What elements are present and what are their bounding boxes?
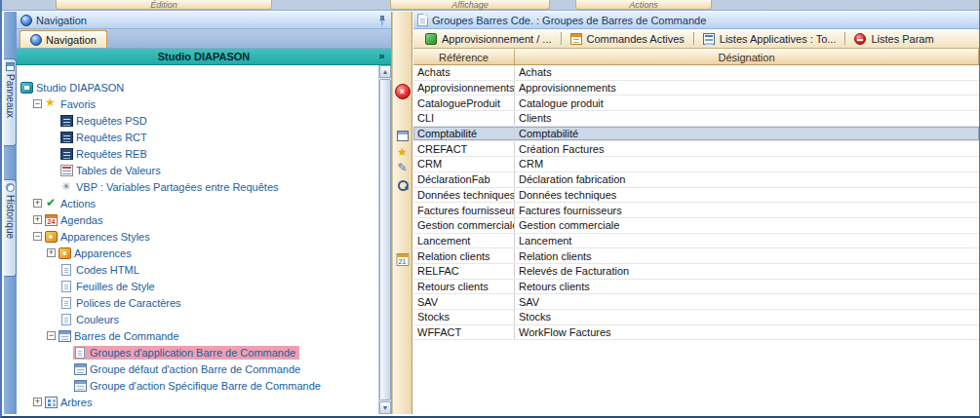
doc-icon	[61, 297, 71, 309]
tree-item-core[interactable]: Polices de Caractères	[59, 296, 185, 310]
tree-item-core[interactable]: Barres de Commande	[58, 329, 183, 343]
table-row[interactable]: Relation clientsRelation clients	[413, 248, 979, 264]
favorite-star-icon[interactable]	[397, 146, 408, 158]
edit-pencil-icon[interactable]	[397, 162, 407, 173]
tree-container: Studio DIAPASON−FavorisRequêtes PSDRequê…	[17, 65, 391, 414]
window-icon[interactable]	[397, 131, 409, 141]
action-strip: 21	[392, 12, 412, 414]
tree-item-core[interactable]: Groupe défaut d'action Barre de Commande	[73, 362, 304, 376]
tree-item-core[interactable]: Groupe d'action Spécifique Barre de Comm…	[73, 379, 325, 393]
tree-item[interactable]: +Arbres	[17, 394, 378, 410]
table-row[interactable]: WFFACTWorkFlow Factures	[413, 325, 979, 341]
table-row[interactable]: AchatsAchats	[413, 65, 979, 81]
table-row[interactable]: RELFACRelevés de Facturation	[413, 264, 979, 280]
scrollbar-thumb[interactable]	[379, 79, 391, 400]
table-row[interactable]: Retours clientsRetours clients	[413, 280, 979, 295]
expand-toggle-icon[interactable]: +	[33, 398, 42, 406]
collapse-chevron-icon[interactable]: »	[374, 50, 389, 63]
tree-item-core[interactable]: Requêtes PSD	[59, 114, 151, 128]
table-row[interactable]: DéclarationFabDéclaration fabrication	[413, 172, 979, 188]
tree-item[interactable]: Couleurs	[17, 311, 378, 327]
scroll-up-icon[interactable]: ▲	[379, 65, 391, 78]
tree-scrollbar[interactable]: ▲ ▼	[378, 65, 391, 414]
tree-item[interactable]: VBP : Variables Partagées entre Requêtes	[17, 178, 378, 195]
expand-toggle-icon[interactable]: −	[33, 232, 42, 241]
close-icon[interactable]	[395, 84, 411, 99]
tree-item-core[interactable]: Tables de Valeurs	[59, 164, 165, 177]
table-row[interactable]: LancementLancement	[413, 234, 979, 249]
table-row[interactable]: CREFACTCréation Factures	[413, 141, 979, 157]
tree-item-core[interactable]: Requêtes REB	[59, 147, 151, 161]
tree-header: Studio DIAPASON »	[17, 49, 391, 65]
table-row[interactable]: CLIClients	[413, 111, 979, 127]
cell-designation: Catalogue produit	[515, 95, 979, 110]
toolbar-button[interactable]: Listes Applicatives : To...	[696, 33, 843, 45]
tree-item[interactable]: −Barres de Commande	[17, 327, 378, 344]
cell-designation: Lancement	[515, 234, 979, 248]
scroll-down-icon[interactable]: ▼	[379, 401, 391, 414]
tree-item[interactable]: +Actions	[17, 195, 378, 211]
search-icon[interactable]	[397, 179, 409, 191]
tree-item-core[interactable]: Apparences	[58, 247, 136, 260]
side-tab-historique[interactable]: Historique	[4, 179, 17, 277]
menu-affichage[interactable]: Affichage	[390, 0, 550, 10]
tree-item[interactable]: −Apparences Styles	[17, 228, 378, 245]
menu-edition[interactable]: Édition	[56, 0, 272, 10]
tree-item-core[interactable]: Studio DIAPASON	[20, 81, 128, 95]
toolbar-button[interactable]: Approvisionnement / ...	[418, 33, 559, 45]
table-row[interactable]: Factures fournisseursFactures fournisseu…	[413, 203, 979, 218]
pin-icon[interactable]	[376, 15, 387, 26]
tree-item-core[interactable]: Arbres	[44, 396, 96, 409]
table-row[interactable]: SAVSAV	[413, 294, 979, 310]
tree-item[interactable]: Requêtes REB	[17, 145, 378, 162]
tree-item[interactable]: Groupes d'application Barre de Commande	[17, 344, 378, 361]
column-header-reference[interactable]: Référence	[413, 49, 515, 64]
tree-item[interactable]: Studio DIAPASON	[17, 79, 378, 95]
tree-item-core[interactable]: Apparences Styles	[44, 230, 154, 244]
toolbar-button-label: Listes Applicatives : To...	[720, 33, 837, 45]
expand-toggle-icon[interactable]: +	[47, 248, 56, 257]
cell-designation: CRM	[515, 157, 979, 171]
tree-item[interactable]: +Apparences	[17, 245, 378, 261]
table-row[interactable]: StocksStocks	[413, 310, 979, 325]
table-row[interactable]: ApprovisionnementsApprovisionnements	[413, 81, 979, 96]
tree-item-core[interactable]: Favoris	[44, 97, 99, 111]
table-row[interactable]: Données techniquesDonnées techniques	[413, 188, 979, 204]
expand-toggle-icon[interactable]: +	[33, 199, 42, 208]
tree-item-label: Requêtes PSD	[76, 115, 147, 127]
tree-item[interactable]: −Favoris	[17, 95, 378, 112]
menu-actions[interactable]: Actions	[575, 0, 712, 10]
tree-item-core[interactable]: Codes HTML	[59, 263, 143, 277]
tree-item[interactable]: Groupe défaut d'action Barre de Commande	[17, 361, 378, 377]
tree-item[interactable]: Requêtes PSD	[17, 112, 378, 129]
side-tab-label: Historique	[5, 195, 16, 239]
tree-item-core[interactable]: Couleurs	[59, 313, 123, 326]
column-header-designation[interactable]: Désignation	[515, 49, 979, 64]
table-row[interactable]: CatalogueProduitCatalogue produit	[413, 95, 979, 111]
tree-item[interactable]: +Agendas	[17, 211, 378, 228]
tree-item[interactable]: Codes HTML	[17, 261, 378, 278]
tree-item-core[interactable]: Groupes d'application Barre de Commande	[73, 346, 299, 360]
tree-item[interactable]: Groupe d'action Spécifique Barre de Comm…	[17, 377, 378, 394]
toolbar-button[interactable]: Listes Param	[847, 33, 940, 45]
tree-item[interactable]: Requêtes RCT	[17, 129, 378, 145]
table-row[interactable]: Gestion commercialeGestion commerciale	[413, 218, 979, 234]
tree-item-core[interactable]: Requêtes RCT	[59, 131, 151, 144]
tree-item[interactable]: Feuilles de Style	[17, 278, 378, 294]
tree-item-core[interactable]: Feuilles de Style	[59, 280, 159, 293]
tree-item-core[interactable]: Agendas	[44, 213, 106, 227]
expand-toggle-icon[interactable]: −	[47, 331, 56, 340]
calendar-icon[interactable]: 21	[396, 253, 409, 266]
tree-item-core[interactable]: Actions	[44, 197, 99, 210]
tree-item[interactable]: Tables de Valeurs	[17, 162, 378, 178]
toolbar-button[interactable]: Commandes Actives	[564, 33, 691, 45]
expand-toggle-icon[interactable]: −	[33, 99, 42, 108]
tree-item[interactable]: Polices de Caractères	[17, 294, 378, 311]
tree-item-label: Apparences	[74, 247, 132, 259]
expand-toggle-icon[interactable]: +	[33, 215, 42, 224]
table-row[interactable]: CRMCRM	[413, 157, 979, 172]
tab-navigation[interactable]: Navigation	[20, 30, 107, 48]
tree-item-core[interactable]: VBP : Variables Partagées entre Requêtes	[59, 180, 283, 194]
table-row[interactable]: ComptabilitéComptabilité	[413, 127, 979, 142]
side-tab-panneaux[interactable]: Panneaux	[4, 58, 17, 146]
